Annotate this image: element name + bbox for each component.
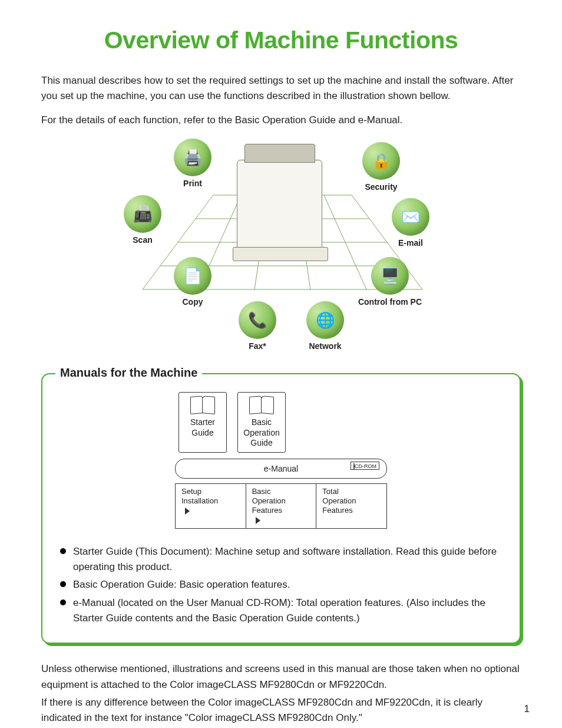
function-label: Print: [169, 179, 216, 188]
cdrom-label: CD-ROM: [355, 463, 376, 469]
emanual-label: e-Manual: [264, 464, 298, 473]
function-network: 🌐 Network: [302, 301, 349, 351]
print-icon: 🖨️: [174, 139, 211, 176]
functions-diagram: 🖨️ Print 🔒 Security 📠 Scan ✉️ E-mail 📄 C…: [125, 136, 437, 360]
guide-label: Guide: [184, 428, 222, 439]
intro-paragraph-1: This manual describes how to set the req…: [41, 73, 521, 104]
manuals-bullet-list: Starter Guide (This Document): Machine s…: [57, 544, 505, 627]
email-icon: ✉️: [392, 198, 429, 236]
footer-paragraph-1: Unless otherwise mentioned, illustration…: [41, 661, 521, 693]
function-control-from-pc: 🖥️ Control from PC: [355, 257, 425, 307]
function-security: 🔒 Security: [358, 142, 405, 192]
security-icon: 🔒: [362, 142, 400, 180]
page-number: 1: [524, 703, 530, 715]
guide-label: Starter: [184, 417, 222, 428]
function-copy: 📄 Copy: [169, 257, 216, 307]
scope-label: Basic: [252, 487, 310, 496]
function-label: Scan: [119, 235, 166, 245]
scope-label: Installation: [181, 496, 240, 506]
book-icon: [190, 396, 215, 414]
book-icon: [249, 396, 274, 414]
list-item: e-Manual (located on the User Manual CD-…: [60, 595, 505, 627]
function-label: E-mail: [387, 238, 434, 248]
scope-label: Setup: [181, 487, 240, 496]
list-item: Starter Guide (This Document): Machine s…: [60, 544, 505, 575]
cdrom-icon: CD-ROM: [351, 462, 379, 470]
fax-icon: 📞: [239, 301, 276, 339]
function-scan: 📠 Scan: [119, 195, 166, 245]
copy-icon: 📄: [174, 257, 211, 295]
function-label: Control from PC: [355, 297, 425, 307]
guide-label: Operation: [243, 428, 280, 439]
function-fax: 📞 Fax*: [234, 301, 281, 351]
function-label: Network: [302, 341, 349, 351]
emanual-scopes: Setup Installation Basic Operation Featu…: [175, 483, 387, 529]
page-title: Overview of Machine Functions: [41, 27, 521, 54]
printer-illustration: [237, 160, 322, 251]
scope-basic: Basic Operation Features: [246, 484, 317, 528]
emanual-bar: e-Manual CD-ROM: [175, 459, 387, 479]
guide-label: Guide: [243, 438, 280, 449]
function-print: 🖨️ Print: [169, 139, 216, 188]
function-label: Fax*: [234, 341, 281, 351]
footer-paragraph-2: If there is any difference between the C…: [41, 695, 521, 726]
manuals-diagram: Starter Guide Basic Operation Guide e-Ma…: [175, 392, 387, 529]
scope-setup: Setup Installation: [176, 484, 246, 528]
scope-label: Operation: [252, 496, 310, 506]
function-label: Copy: [169, 297, 216, 307]
function-label: Security: [358, 182, 405, 192]
manuals-heading: Manuals for the Machine: [55, 366, 202, 380]
scope-total: Total Operation Features: [316, 484, 386, 528]
scope-label: Features: [252, 506, 310, 515]
network-icon: 🌐: [306, 301, 344, 339]
guide-label: Basic: [243, 417, 280, 428]
manuals-for-the-machine-box: Manuals for the Machine Starter Guide Ba…: [41, 373, 521, 644]
scan-icon: 📠: [124, 195, 161, 233]
list-item: Basic Operation Guide: Basic operation f…: [60, 577, 505, 592]
scope-label: Operation: [322, 496, 381, 506]
basic-operation-guide-block: Basic Operation Guide: [237, 392, 286, 453]
function-email: ✉️ E-mail: [387, 198, 434, 248]
scope-label: Total: [322, 487, 381, 496]
scope-label: Features: [322, 506, 381, 515]
intro-paragraph-2: For the details of each function, refer …: [41, 113, 521, 128]
control-icon: 🖥️: [371, 257, 409, 295]
starter-guide-block: Starter Guide: [178, 392, 227, 453]
